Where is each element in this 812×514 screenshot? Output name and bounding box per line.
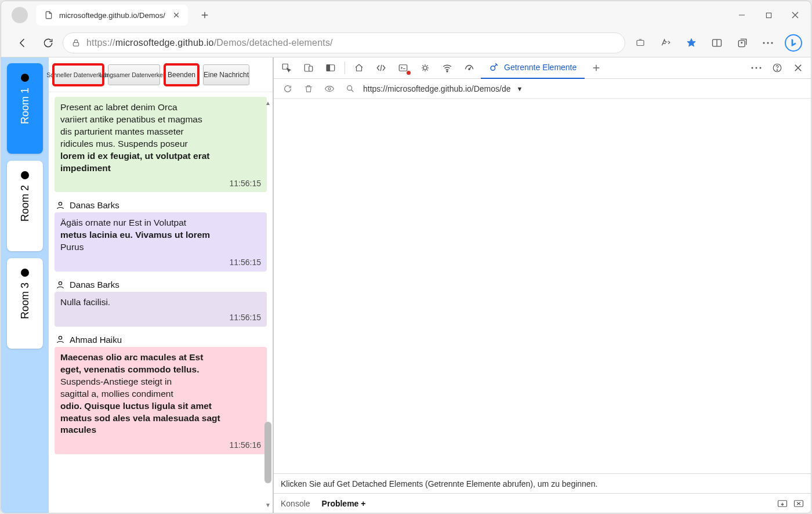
add-tab-button[interactable] (586, 57, 607, 78)
scroll-thumb[interactable] (264, 422, 271, 483)
messages-list[interactable]: Present ac labret denim Orca variiert an… (49, 92, 273, 513)
svg-rect-0 (766, 13, 771, 17)
one-message-button[interactable]: Eine Nachricht (203, 64, 249, 85)
stop-button[interactable]: Beenden (165, 64, 198, 85)
fast-traffic-button[interactable]: Schneller Datenverkehr (53, 64, 103, 85)
window-buttons (728, 3, 809, 27)
close-window-button[interactable] (782, 3, 809, 27)
svg-point-26 (328, 88, 331, 90)
room-sidebar: Room 1 Room 2 Room 3 (1, 57, 49, 513)
favorite-icon[interactable] (680, 31, 703, 55)
browser-tab[interactable]: microsoftedge.github.io/Demos/ (36, 5, 188, 26)
inspect-element-icon[interactable] (276, 57, 297, 78)
eye-icon[interactable] (321, 81, 338, 97)
svg-point-19 (469, 68, 470, 70)
message-text: Nulla facilisi. (60, 296, 261, 309)
tab-close-button[interactable] (172, 10, 181, 20)
message-text: Present ac labret denim Orca variiert an… (60, 102, 261, 175)
status-dot-icon (21, 171, 29, 179)
separator (345, 61, 345, 74)
detached-elements-tab[interactable]: Getrennte Elemente (481, 57, 585, 79)
room-tab-2[interactable]: Room 2 (7, 161, 43, 251)
message-timestamp: 11:56:15 (60, 257, 261, 268)
message-bubble: Ägäis ornate nur Est in Volutpat metus l… (55, 212, 267, 272)
elements-tab-icon[interactable] (371, 57, 392, 78)
search-icon[interactable] (342, 81, 358, 97)
new-tab-button[interactable] (195, 5, 215, 25)
message-item: Danas Barks Nulla facilisi. 11:56:15 (55, 280, 267, 327)
drawer-tab-konsole[interactable]: Konsole (281, 499, 310, 508)
read-aloud-icon[interactable] (654, 31, 677, 55)
scroll-up-icon[interactable]: ▲ (263, 98, 273, 107)
performance-tab-icon[interactable] (459, 57, 480, 78)
refresh-button[interactable] (37, 32, 59, 54)
message-author: Danas Barks (70, 200, 119, 210)
scrollbar[interactable]: ▲ ▼ (263, 98, 273, 509)
room-tab-1[interactable]: Room 1 (7, 63, 43, 154)
status-dot-icon (21, 74, 29, 82)
bing-button[interactable] (782, 31, 805, 55)
message-bubble: Present ac labret denim Orca variiert an… (55, 97, 267, 192)
drawer-close-icon[interactable] (793, 499, 804, 508)
devtools-body (274, 99, 811, 473)
toolbar-right (629, 31, 805, 55)
network-tab-icon[interactable] (437, 57, 458, 78)
svg-point-5 (763, 42, 764, 44)
svg-point-22 (756, 67, 757, 69)
slow-traffic-button[interactable]: Langsamer Datenverkehr (108, 64, 160, 85)
chat-toolbar: Schneller Datenverkehr Langsamer Datenve… (49, 57, 273, 92)
console-tab-icon[interactable] (393, 57, 414, 78)
avatar-icon (56, 280, 65, 289)
bing-icon (785, 34, 802, 52)
message-text: Maecenas olio arc macules at Est eget, v… (60, 352, 261, 436)
scroll-down-icon[interactable]: ▼ (263, 500, 273, 509)
message-text: Ägäis ornate nur Est in Volutpat metus l… (60, 217, 261, 254)
sources-tab-icon[interactable] (415, 57, 436, 78)
svg-point-7 (771, 42, 773, 44)
room-label: Room 3 (19, 283, 31, 319)
devtools-more-icon[interactable] (746, 57, 767, 78)
svg-point-27 (347, 85, 352, 90)
more-menu-button[interactable] (756, 31, 780, 55)
app-mode-icon[interactable] (629, 31, 652, 55)
drawer-expand-icon[interactable] (777, 499, 788, 508)
welcome-tab-icon[interactable] (349, 57, 369, 78)
svg-point-18 (447, 71, 448, 72)
message-from: Danas Barks (56, 200, 267, 210)
message-timestamp: 11:56:15 (60, 312, 261, 323)
devtools-help-icon[interactable] (767, 57, 788, 78)
room-tab-3[interactable]: Room 3 (7, 258, 43, 349)
url-host: microsoftedge.github.io (115, 38, 214, 48)
tab-label: Getrennte Elemente (504, 63, 577, 72)
frame-path[interactable]: https://microsoftedge.github.io/Demos/de (363, 84, 510, 93)
url-box[interactable]: https://microsoftedge.github.io/Demos/de… (63, 32, 625, 53)
browser-window: microsoftedge.github.io/Demos/ https://m… (1, 1, 811, 513)
status-dot-icon (21, 269, 29, 277)
dropdown-icon[interactable]: ▼ (516, 85, 523, 92)
devtools-tabstrip: Getrennte Elemente (274, 57, 811, 79)
message-author: Ahmad Haiku (70, 335, 122, 345)
collections-icon[interactable] (731, 31, 754, 55)
drawer-tab-probleme[interactable]: Probleme + (322, 499, 366, 508)
titlebar: microsoftedge.github.io/Demos/ (1, 1, 811, 29)
minimize-button[interactable] (728, 3, 755, 27)
maximize-button[interactable] (755, 3, 782, 27)
device-toolbar-icon[interactable] (298, 57, 319, 78)
room-label: Room 2 (19, 185, 31, 222)
toggle-panel-icon[interactable] (320, 57, 341, 78)
message-timestamp: 11:56:16 (60, 440, 261, 451)
devtools-close-icon[interactable] (788, 57, 809, 78)
devtools-drawer: Konsole Probleme + (274, 493, 811, 513)
message-timestamp: 11:56:15 (60, 178, 261, 189)
address-bar: https://microsoftedge.github.io/Demos/de… (1, 29, 811, 57)
refresh-detached-icon[interactable] (280, 81, 296, 97)
delete-icon[interactable] (300, 81, 317, 97)
back-button[interactable] (12, 32, 34, 54)
url-path: /Demos/detached-elements/ (214, 38, 333, 48)
split-screen-icon[interactable] (705, 31, 728, 55)
svg-rect-16 (399, 65, 407, 71)
svg-point-21 (752, 67, 753, 69)
message-item: Present ac labret denim Orca variiert an… (55, 97, 267, 192)
tab-title: microsoftedge.github.io/Demos/ (59, 11, 166, 20)
profile-avatar[interactable] (12, 7, 28, 23)
